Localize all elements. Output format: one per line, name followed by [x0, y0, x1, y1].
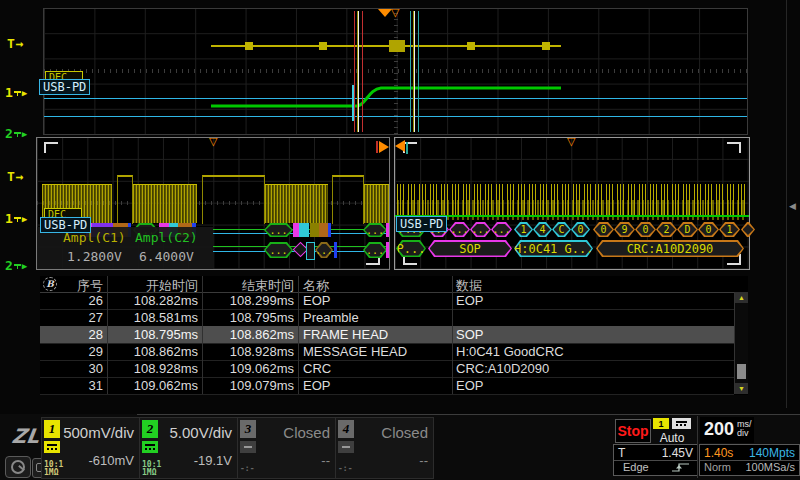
decode-hex[interactable]: 4: [533, 222, 552, 237]
table-row[interactable]: 31 109.062ms 109.079ms EOP EOP: [40, 377, 734, 395]
table-row[interactable]: 30 108.928ms 109.062ms CRC CRC:A10D2090: [40, 360, 734, 378]
channel3-badge[interactable]: 3: [240, 420, 256, 438]
decode-hex[interactable]: C: [552, 222, 571, 237]
decode-hex[interactable]: ...: [470, 222, 491, 237]
usbpd-decoder-label[interactable]: USB-PD: [39, 79, 90, 95]
decode-field-crc[interactable]: CRC:A10D2090: [596, 240, 744, 257]
trigger-position-icon[interactable]: [378, 9, 392, 17]
acquisition-box[interactable]: 1.40s 140Mpts Norm 100MSa/s: [699, 444, 800, 476]
table-scrollbar[interactable]: ▲ ▼: [734, 292, 748, 394]
scroll-up-button[interactable]: ▲: [735, 292, 748, 303]
cell-start: 108.581ms: [107, 310, 198, 325]
touch-knob-icon[interactable]: [5, 456, 31, 478]
cell-seq: 30: [40, 361, 103, 376]
zoom-window-b: ▽ P... ... ... ... ... 1 4 C 0 0 9 0 2 D…: [394, 137, 750, 270]
decode-hex[interactable]: 0: [571, 222, 590, 237]
cell-data: EOP: [456, 378, 483, 393]
decode-field-header[interactable]: H:0C41 G...: [514, 240, 593, 257]
cell-name: Preamble: [303, 310, 359, 325]
window-delay-icon: ▽: [567, 137, 575, 147]
channel2-block[interactable]: 2 5.00V/div -19.1V 10:1 1MΩ: [139, 417, 238, 479]
channel1-block[interactable]: 1 500mV/div -610mV 10:1 1MΩ: [41, 417, 140, 479]
cell-start: 108.282ms: [107, 293, 198, 308]
channel4-offset: --: [419, 453, 428, 468]
cell-name: EOP: [303, 378, 330, 393]
trigger-detail-box[interactable]: T 1.45V Edge: [613, 444, 698, 476]
zoom-cursor-b[interactable]: [410, 11, 419, 132]
side-panel-handle-icon[interactable]: ◀: [789, 201, 796, 211]
zoom-ch2-position-marker[interactable]: 2▶: [5, 258, 27, 273]
decode-hex[interactable]: 0: [635, 222, 656, 237]
ch1-position-marker[interactable]: 1▶: [5, 85, 27, 100]
decode-hex-collapsed[interactable]: ...: [264, 223, 293, 237]
decode-hex[interactable]: 2: [656, 222, 677, 237]
decode-hex[interactable]: 9: [614, 222, 635, 237]
channel3-block[interactable]: 3 Closed -- -:-: [237, 417, 336, 479]
decode-event-table: B 序号 开始时间 结束时间 名称 数据 26 108.282ms 108.29…: [40, 276, 748, 395]
zoom-cursor-a[interactable]: [354, 11, 363, 132]
trigger-mode[interactable]: Auto: [651, 431, 693, 445]
scroll-thumb[interactable]: [737, 364, 746, 379]
bus-icon[interactable]: B: [43, 277, 57, 291]
table-row[interactable]: 26 108.282ms 108.299ms EOP EOP: [40, 292, 734, 310]
cursor-b-edge-mark: [406, 142, 408, 154]
delay-position-icon[interactable]: ▽: [391, 8, 399, 18]
channel4-state: Closed: [381, 424, 428, 441]
decode-segment: [299, 223, 309, 237]
usbpd-decoder-label[interactable]: USB-PD: [40, 217, 91, 233]
decode-hex[interactable]: 1: [514, 222, 533, 237]
cc-burst: [364, 184, 389, 223]
trigger-source-badge[interactable]: 1: [653, 418, 669, 429]
table-row[interactable]: 27 108.581ms 108.795ms Preamble: [40, 309, 734, 327]
cursor-a-edge-mark: [376, 141, 378, 153]
channel4-probe: -:-: [338, 464, 352, 473]
acq-mode: Norm: [704, 461, 731, 473]
decode-hex-collapsed[interactable]: ...: [264, 242, 293, 258]
decode-hex[interactable]: 0: [698, 222, 719, 237]
window-corner-bracket: [727, 142, 741, 153]
timebase-scale-box[interactable]: 200 ms/div: [700, 417, 754, 443]
run-stop-status[interactable]: Stop: [615, 419, 651, 443]
table-row[interactable]: 29 108.862ms 108.928ms MESSAGE HEAD H:0C…: [40, 343, 734, 361]
channel2-badge[interactable]: 2: [142, 420, 158, 438]
trigger-level-marker[interactable]: T→: [7, 36, 24, 51]
channel4-coupling-icon[interactable]: [338, 441, 354, 453]
cc-digital-waveform: [397, 200, 746, 220]
cell-end: 108.928ms: [202, 344, 294, 359]
channel3-coupling-icon[interactable]: [240, 441, 256, 453]
decode-hex[interactable]: ...: [491, 222, 512, 237]
cc-idle-high: [202, 175, 265, 224]
table-row-selected[interactable]: 28 108.795ms 108.862ms FRAME HEAD SOP: [40, 326, 734, 344]
channel1-coupling-icon[interactable]: [44, 441, 60, 453]
scroll-down-button[interactable]: ▼: [735, 383, 748, 394]
ch2-position-marker[interactable]: 2▶: [5, 126, 27, 141]
channel2-coupling-icon[interactable]: [142, 441, 158, 453]
measurement-panel[interactable]: Ampl(C1) Ampl(C2) 1.2800V 6.4000V: [37, 227, 213, 269]
cell-seq: 31: [40, 378, 103, 393]
decode-hex[interactable]: ...: [449, 222, 470, 237]
zoom-trigger-level-marker[interactable]: T→: [7, 169, 24, 184]
decode-hex-collapsed[interactable]: ...: [315, 242, 333, 258]
channel2-impedance: 1MΩ: [142, 468, 156, 477]
decode-hex[interactable]: D: [677, 222, 698, 237]
channel1-badge[interactable]: 1: [44, 420, 60, 438]
measurement-value: 6.4000V: [139, 249, 194, 264]
zoom-window-a: ▽ ... ... ... ...: [36, 137, 390, 270]
trigger-type[interactable]: Edge: [623, 461, 649, 473]
cursor-a-cyan-mark: [352, 85, 354, 121]
channel4-badge[interactable]: 4: [338, 420, 354, 438]
decode-hex-collapsed[interactable]: ...: [363, 223, 387, 237]
channel4-block[interactable]: 4 Closed -- -:-: [335, 417, 434, 479]
cell-name: FRAME HEAD: [303, 327, 388, 342]
measurement-value: 1.2800V: [67, 249, 122, 264]
decode-hex[interactable]: 1: [719, 222, 740, 237]
channel3-probe: -:-: [240, 464, 254, 473]
decode-hex[interactable]: 0: [593, 222, 614, 237]
trigger-coupling-icon[interactable]: [672, 418, 691, 429]
zoom-ch1-position-marker[interactable]: 1▶: [5, 211, 27, 226]
decode-field-preamble[interactable]: P...: [396, 240, 426, 257]
channel2-offset: -19.1V: [194, 453, 232, 468]
decode-field-sop[interactable]: SOP: [428, 240, 512, 257]
usbpd-decoder-label[interactable]: USB-PD: [396, 216, 447, 232]
trigger-level-value[interactable]: 1.45V: [662, 446, 693, 460]
